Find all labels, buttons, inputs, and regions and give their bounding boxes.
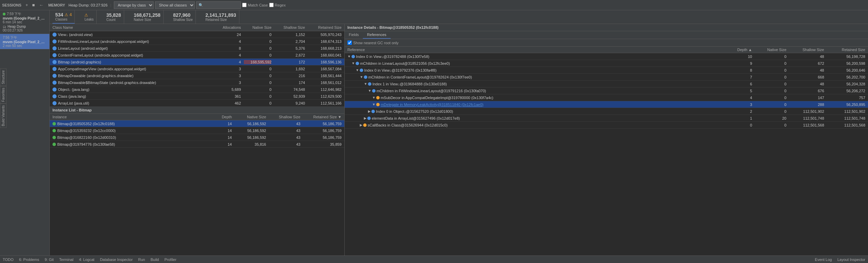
status-layout-inspector[interactable]: Layout Inspector xyxy=(837,258,865,262)
table-row-bitmap[interactable]: Bitmap (android.graphics) 4 168,595,592 … xyxy=(50,59,344,65)
ref-col-depth: Depth ▲ xyxy=(727,48,755,52)
table-row[interactable]: FitWindowsLinearLayout (androidx.appcomp… xyxy=(50,38,344,45)
table-row[interactable]: Class (java.lang) 361 0 52,939 112,629,5… xyxy=(50,93,344,100)
status-event-log[interactable]: Event Log xyxy=(815,258,832,262)
native-cell-bitmap: 168,595,592 xyxy=(244,60,274,64)
separator: | xyxy=(110,3,111,7)
detail-tabs: Fields References xyxy=(345,31,868,39)
table-row[interactable]: Object↓ (java.lang) 5,689 0 74,548 112,6… xyxy=(50,86,344,93)
regex-checkbox[interactable]: Regex xyxy=(269,3,286,7)
shallow-size-label: Shallow Size xyxy=(173,18,193,22)
tab-fields[interactable]: Fields xyxy=(345,31,363,39)
session-name-2: mvvm (Google Pixel_2_API_26) xyxy=(3,40,47,44)
expand-icon: ▼ xyxy=(347,55,351,58)
stat-count[interactable]: 35,828 Count xyxy=(104,10,124,24)
back-button[interactable]: ← xyxy=(38,2,45,8)
class-icon xyxy=(52,94,57,98)
instance-dot xyxy=(52,122,56,125)
arrange-dropdown[interactable]: Arrange by class xyxy=(114,1,154,9)
status-build[interactable]: Build xyxy=(151,258,159,262)
db-inspector-label: Database Inspector xyxy=(100,258,132,262)
ref-row-selected[interactable]: ▼ mDelegate in MemoryLeakActivity@318511… xyxy=(345,101,868,108)
table-row[interactable]: LinearLayout (android.widget) 8 0 5,376 … xyxy=(50,45,344,52)
ref-row[interactable]: ▼ Index 0 in View↓@319792376 (0x130fa4f8… xyxy=(345,67,868,74)
tab-references[interactable]: References xyxy=(363,31,390,39)
class-icon xyxy=(52,74,57,78)
stat-shallow-size[interactable]: 827,960 Shallow Size xyxy=(170,10,196,24)
show-nearest-checkbox[interactable] xyxy=(347,40,352,45)
ref-row[interactable]: ▼ Index 0 in View↓@319782488 (0x130f7e58… xyxy=(345,53,868,60)
table-row[interactable]: BitmapDrawable (android.graphics.drawabl… xyxy=(50,72,344,79)
side-tab-build-variants[interactable]: Build Variants xyxy=(0,104,7,128)
ref-icon-blue xyxy=(360,69,363,72)
show-classes-dropdown[interactable]: Show all classes xyxy=(155,1,195,9)
instance-row[interactable]: Bitmap@316822160 (0x12d00310) 14 56,186,… xyxy=(50,134,344,141)
sessions-label: SESSIONS xyxy=(2,3,21,7)
col-shallow-size: Shallow Size xyxy=(274,25,308,29)
panels: Class Name Allocations Native Size Shall… xyxy=(50,24,868,263)
leaks-label: Leaks xyxy=(84,17,94,21)
table-row[interactable]: View↓ (android.view) 24 0 1,152 505,970,… xyxy=(50,31,344,38)
instance-row[interactable]: Bitmap@319794776 (0x130fae58) 14 35,816 … xyxy=(50,141,344,148)
status-problems[interactable]: 6: Problems xyxy=(19,258,39,262)
status-terminal[interactable]: Terminal xyxy=(59,258,74,262)
shallow-size-value: 827,960 xyxy=(173,12,193,18)
heap-dump-label: Heap Dump: 03:27:926 xyxy=(69,3,108,7)
search-input[interactable] xyxy=(196,1,241,9)
status-db-inspector[interactable]: Database Inspector xyxy=(100,258,132,262)
side-tab-favorites[interactable]: Favorites xyxy=(0,86,7,104)
table-row[interactable]: ContentFrameLayout (androidx.appcompat.w… xyxy=(50,52,344,59)
class-icon xyxy=(52,39,57,44)
table-row[interactable]: BitmapDrawable$BitmapState (android.grap… xyxy=(50,79,344,86)
stat-retained-size[interactable]: 2,141,171,893 Retained Size xyxy=(203,10,239,24)
add-session-button[interactable]: + xyxy=(24,2,29,8)
status-run[interactable]: Run xyxy=(138,258,145,262)
retained-size-label: Retained Size xyxy=(205,18,236,22)
stat-classes[interactable]: 534 ⚠ 4 Classes xyxy=(52,10,75,24)
instance-list-body: Bitmap@318505352 (0x12fc0188) 14 56,186,… xyxy=(50,120,344,148)
session-item-1[interactable]: 7:59 下午 mvvm (Google Pixel_2_API_26) 6 m… xyxy=(0,10,49,34)
status-logcat[interactable]: 4: Logcat xyxy=(79,258,94,262)
col-class-name: Class Name xyxy=(50,25,213,29)
git-label: 9: Git xyxy=(45,258,53,262)
expand-icon: ▶ xyxy=(364,116,367,120)
session-item-2[interactable]: 7:56 下午 mvvm (Google Pixel_2_API_26) 2 m… xyxy=(0,34,49,49)
show-nearest-row: Show nearest GC root only xyxy=(345,39,868,47)
table-row[interactable]: ArrayList (java.util) 462 0 9,240 112,56… xyxy=(50,100,344,107)
status-git[interactable]: 9: Git xyxy=(45,258,53,262)
inst-col-instance: Instance xyxy=(50,115,211,119)
match-case-checkbox[interactable]: Match Case xyxy=(242,3,268,7)
ref-row[interactable]: ▼ mChildren in ContentFrameLayout@319782… xyxy=(345,74,868,81)
ref-icon-blue xyxy=(372,89,376,93)
event-log-label: Event Log xyxy=(815,258,832,262)
ref-icon-blue xyxy=(356,62,359,65)
ref-row[interactable]: ▶ Index 0 in Object↓@315627520 (0x12d018… xyxy=(345,108,868,115)
status-profiler[interactable]: Profiler xyxy=(164,258,176,262)
ref-icon-orange xyxy=(363,123,367,127)
ref-row[interactable]: ▼ mChildren in LinearLayout@318521056 (0… xyxy=(345,60,868,67)
side-tab-structure[interactable]: Structure xyxy=(0,69,7,86)
instance-dot xyxy=(52,143,56,146)
stat-native-size[interactable]: 168,671,258 Native Size xyxy=(131,10,164,24)
instance-list-title: Instance List - Bitmap xyxy=(50,107,344,114)
problems-label: 6: Problems xyxy=(19,258,39,262)
ref-row[interactable]: ▶ sCallBacks in Class@315626944 (0x12d01… xyxy=(345,122,868,129)
ref-col-reference: Reference xyxy=(345,48,727,52)
instance-dot xyxy=(52,136,56,139)
instance-row[interactable]: Bitmap@318505352 (0x12fc0188) 14 56,186,… xyxy=(50,120,344,127)
stop-button[interactable]: ■ xyxy=(31,2,36,8)
instance-row[interactable]: Bitmap@315359232 (0x12cc0000) 14 56,186,… xyxy=(50,127,344,134)
mdelegate-link[interactable]: mDelegate in MemoryLeakActivity@31851184… xyxy=(381,103,484,107)
ref-icon-orange xyxy=(376,96,380,99)
expand-icon: ▼ xyxy=(372,103,376,106)
ref-row[interactable]: ▶ elementData in ArrayList@315627496 (0x… xyxy=(345,115,868,122)
ref-row[interactable]: ▼ Index 1 in View↓@319684888 (0x130e0188… xyxy=(345,81,868,87)
table-row[interactable]: AppCompatImageView (androidx.appcompat.w… xyxy=(50,65,344,72)
session-time-2: 7:56 下午 xyxy=(3,35,47,40)
session-heap: 🗂 Heap Dump xyxy=(3,25,47,28)
status-todo[interactable]: TODO xyxy=(3,258,14,262)
right-panel: Instance Details - Bitmap@318505352 (0x1… xyxy=(345,24,868,263)
ref-row[interactable]: ▼ mChildren in FitWindowsLinearLayout@31… xyxy=(345,87,868,94)
stat-leaks[interactable]: ⚠ Leaks xyxy=(82,10,97,24)
ref-row[interactable]: ▼ mSubDecor in AppCompatDelegateImpl@319… xyxy=(345,94,868,101)
